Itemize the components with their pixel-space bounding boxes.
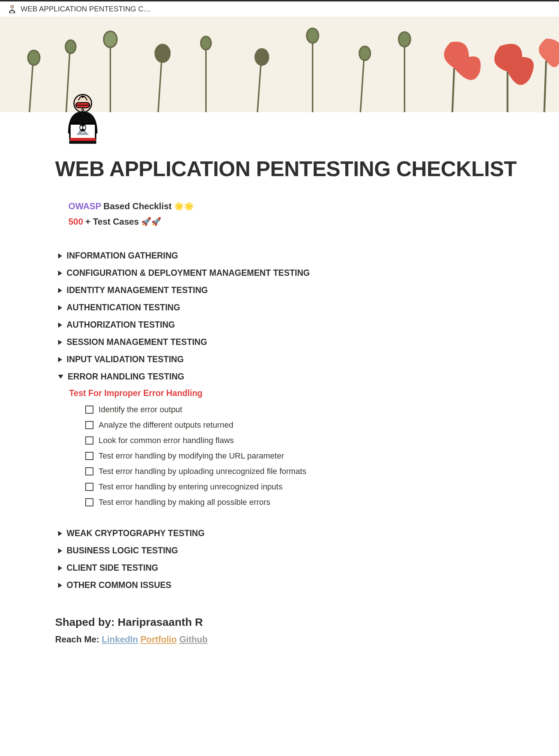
checklist-label: Test error handling by uploading unrecog… xyxy=(99,467,306,476)
chevron-right-icon xyxy=(58,566,62,571)
link-portfolio[interactable]: Portfolio xyxy=(140,634,177,644)
toggle-session-management[interactable]: SESSION MANAGEMENT TESTING xyxy=(57,334,504,351)
toggle-label: ERROR HANDLING TESTING xyxy=(68,372,184,382)
toggle-label: INPUT VALIDATION TESTING xyxy=(67,354,184,364)
toggle-authentication[interactable]: AUTHENTICATION TESTING xyxy=(57,299,504,316)
chevron-right-icon xyxy=(58,253,62,258)
toggle-label: CLIENT SIDE TESTING xyxy=(67,563,158,573)
checkbox[interactable] xyxy=(85,436,93,445)
checklist-label: Identify the error output xyxy=(99,405,182,414)
checklist-item: Test error handling by modifying the URL… xyxy=(85,448,504,464)
svg-point-14 xyxy=(255,49,268,65)
chevron-right-icon xyxy=(58,548,62,553)
svg-point-6 xyxy=(65,40,76,53)
toggle-label: AUTHENTICATION TESTING xyxy=(67,303,180,313)
checklist-item: Test error handling by uploading unrecog… xyxy=(85,464,504,479)
checklist-item: Identify the error output xyxy=(85,402,504,417)
chevron-right-icon xyxy=(58,271,62,276)
chevron-right-icon xyxy=(58,531,62,536)
error-subheading: Test For Improper Error Handling xyxy=(69,385,504,402)
stars-emoji: 🌟🌟 xyxy=(174,202,194,211)
svg-rect-1 xyxy=(10,10,14,13)
toggle-label: OTHER COMMON ISSUES xyxy=(67,580,171,590)
toggle-input-validation[interactable]: INPUT VALIDATION TESTING xyxy=(57,351,504,368)
link-linkedin[interactable]: LinkedIn xyxy=(102,634,138,644)
checklist-label: Analyze the different outputs returned xyxy=(99,420,234,430)
checklist-item: Analyze the different outputs returned xyxy=(85,417,504,433)
checklist-item: Test error handling by making all possib… xyxy=(85,495,504,510)
shaped-by: Shaped by: Hariprasaanth R xyxy=(55,616,504,628)
svg-point-31 xyxy=(83,126,85,129)
svg-point-4 xyxy=(28,50,40,65)
toggle-label: BUSINESS LOGIC TESTING xyxy=(67,546,178,556)
checklist-label: Test error handling by modifying the URL… xyxy=(99,451,284,461)
error-checklist: Identify the error output Analyze the di… xyxy=(85,402,504,510)
toggle-label: AUTHORIZATION TESTING xyxy=(67,320,175,330)
toggle-business-logic[interactable]: BUSINESS LOGIC TESTING xyxy=(57,542,504,559)
toggle-other-common-issues[interactable]: OTHER COMMON ISSUES xyxy=(57,577,504,594)
reach-prefix: Reach Me: xyxy=(55,634,102,644)
svg-point-0 xyxy=(11,5,14,8)
intro-block: OWASP Based Checklist 🌟🌟 500 + Test Case… xyxy=(68,201,504,227)
page-mini-icon xyxy=(7,4,17,14)
toggle-error-handling[interactable]: ERROR HANDLING TESTING xyxy=(57,368,504,385)
svg-point-12 xyxy=(201,36,211,50)
svg-point-20 xyxy=(399,32,410,47)
toggle-weak-cryptography[interactable]: WEAK CRYPTOGRAPHY TESTING xyxy=(57,525,504,542)
checklist-item: Test error handling by entering unrecogn… xyxy=(85,479,504,495)
svg-point-18 xyxy=(359,46,370,60)
svg-rect-27 xyxy=(70,138,96,141)
svg-point-30 xyxy=(80,126,82,129)
svg-point-8 xyxy=(104,31,117,47)
checkbox[interactable] xyxy=(85,498,93,506)
svg-rect-28 xyxy=(69,141,96,144)
checkbox[interactable] xyxy=(85,467,93,475)
chevron-right-icon xyxy=(58,288,62,293)
toggle-label: INFORMATION GATHERING xyxy=(67,251,178,261)
reach-me: Reach Me: LinkedIn Portfolio Github xyxy=(55,634,504,645)
svg-point-10 xyxy=(155,44,170,62)
toggle-configuration-deployment[interactable]: CONFIGURATION & DEPLOYMENT MANAGEMENT TE… xyxy=(57,264,504,282)
checklist-label: Test error handling by making all possib… xyxy=(99,498,270,507)
owasp-text: OWASP xyxy=(68,201,101,211)
toggle-authorization[interactable]: AUTHORIZATION TESTING xyxy=(57,316,504,334)
toggle-client-side[interactable]: CLIENT SIDE TESTING xyxy=(57,559,504,577)
toggle-information-gathering[interactable]: INFORMATION GATHERING xyxy=(57,247,504,264)
checklist-item: Look for common error handling flaws xyxy=(85,433,504,448)
author-name: Hariprasaanth R xyxy=(118,616,203,628)
chevron-right-icon xyxy=(58,322,62,328)
checklist-label: Test error handling by entering unrecogn… xyxy=(99,482,282,492)
svg-point-16 xyxy=(307,28,318,43)
toggle-label: SESSION MANAGEMENT TESTING xyxy=(67,337,207,347)
chevron-right-icon xyxy=(58,583,62,588)
toggle-label: WEAK CRYPTOGRAPHY TESTING xyxy=(67,528,204,538)
toggle-identity-management[interactable]: IDENTITY MANAGEMENT TESTING xyxy=(57,282,504,299)
five-hundred: 500 xyxy=(68,217,83,227)
based-text: Based Checklist xyxy=(103,201,171,211)
toggle-label: IDENTITY MANAGEMENT TESTING xyxy=(67,285,208,295)
breadcrumb-bar: WEB APPLICATION PENTESTING C… xyxy=(0,0,559,17)
chevron-down-icon xyxy=(58,375,63,379)
checklist-label: Look for common error handling flaws xyxy=(99,436,234,445)
checkbox[interactable] xyxy=(85,406,93,414)
breadcrumb-title[interactable]: WEB APPLICATION PENTESTING C… xyxy=(21,5,151,13)
link-github[interactable]: Github xyxy=(179,634,207,644)
shaped-prefix: Shaped by: xyxy=(55,616,118,628)
page-title: WEB APPLICATION PENTESTING CHECKLIST xyxy=(55,156,504,181)
plus-text: + Test Cases xyxy=(85,217,139,227)
page-icon[interactable] xyxy=(55,90,110,145)
intro-line-2: 500 + Test Cases 🚀🚀 xyxy=(68,217,504,227)
checkbox[interactable] xyxy=(85,483,93,491)
checkbox[interactable] xyxy=(85,421,93,429)
chevron-right-icon xyxy=(58,340,62,345)
intro-line-1: OWASP Based Checklist 🌟🌟 xyxy=(68,201,504,211)
svg-point-22 xyxy=(82,96,84,98)
chevron-right-icon xyxy=(58,305,62,310)
checkbox[interactable] xyxy=(85,452,93,460)
toggle-label: CONFIGURATION & DEPLOYMENT MANAGEMENT TE… xyxy=(67,268,310,278)
rockets-emoji: 🚀🚀 xyxy=(141,217,161,227)
chevron-right-icon xyxy=(58,357,62,362)
